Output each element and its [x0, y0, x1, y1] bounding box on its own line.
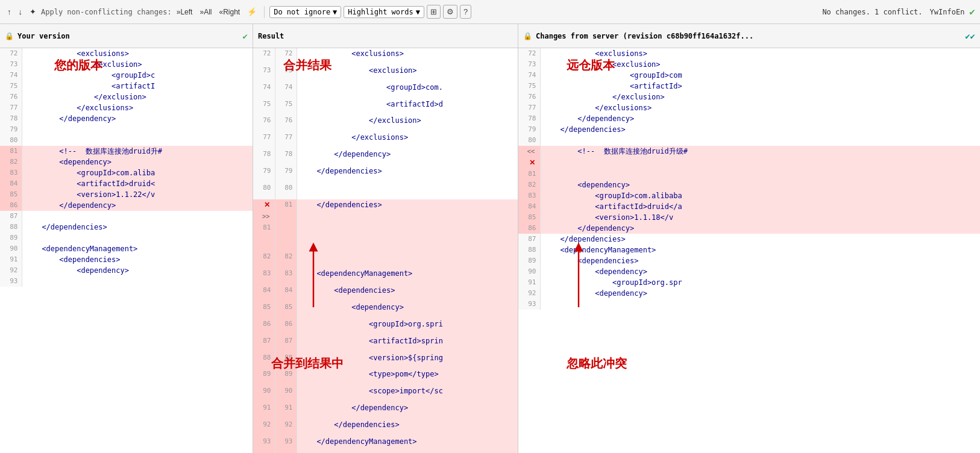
left-panel: 🔒 Your version ✔ 您的版本 72 <exclusions> 73	[0, 24, 253, 453]
left-panel-content[interactable]: 您的版本 72 <exclusions> 73 <exclusion> 74	[0, 48, 253, 453]
down-arrow-button[interactable]: ↓	[16, 6, 25, 17]
highlight-dropdown-arrow-icon: ▼	[416, 8, 420, 16]
table-row: 77 </exclusions>	[518, 102, 980, 113]
table-row: 73 73 <exclusion>	[253, 65, 518, 82]
double-arrow-right-icon: «	[219, 8, 223, 16]
dropdown-arrow-icon: ▼	[333, 8, 337, 16]
table-row: 88 88 <version>${spring	[253, 352, 518, 369]
right-panel-content[interactable]: 远仓版本 72 <exclusions> 73 <exclusion> 74	[518, 48, 980, 453]
double-arrow-all-icon: »	[199, 8, 204, 16]
highlight-dropdown[interactable]: Highlight words ▼	[344, 6, 424, 18]
table-row: 82 82	[253, 251, 518, 268]
table-row: 83 83 <dependencyManagement>	[253, 268, 518, 285]
table-row: 76 76 </exclusion>	[253, 115, 518, 132]
table-row: 75 <artifactI	[0, 81, 253, 92]
table-row: 76 </exclusion>	[0, 92, 253, 102]
user-text: YwInfoEn	[930, 8, 965, 16]
table-row: 92 <dependency>	[518, 288, 980, 299]
right-panel: 🔒 Changes from server (revision c68b90ff…	[518, 24, 980, 453]
table-row: 78 78 </dependency>	[253, 149, 518, 166]
table-row: 86 86 <groupId>org.spri	[253, 319, 518, 336]
table-row: 83 <groupId>com.alibaba	[518, 190, 980, 201]
table-row: 87 87 <artifactId>sprin	[253, 336, 518, 352]
table-row: 92 <dependency>	[0, 265, 253, 276]
table-row: 89 89 <type>pom</type>	[253, 369, 518, 386]
table-row: ✕ >> 81 81 </dependencies>	[253, 199, 518, 252]
grid-button[interactable]: ⊞	[427, 5, 441, 19]
help-button[interactable]: ?	[460, 5, 471, 19]
table-row: << ✕ 81 <!-- 数据库连接池druid升级#	[518, 146, 980, 180]
table-row: 88 </dependencies>	[0, 222, 253, 233]
table-row: 79 </dependencies>	[518, 124, 980, 135]
middle-panel-content[interactable]: 合并结果 72 72 <exclusions> 73 73	[253, 48, 518, 453]
main-area: 🔒 Your version ✔ 您的版本 72 <exclusions> 73	[0, 24, 980, 453]
annotation-ignore: 忽略此冲突	[567, 355, 627, 372]
table-row: 84 <artifactId>druid<	[0, 178, 253, 189]
lightning-button[interactable]: ⚡	[245, 6, 259, 17]
table-row: 75 75 <artifactId>d	[253, 99, 518, 116]
table-row: 79 79 </dependencies>	[253, 166, 518, 183]
table-row: 93	[518, 299, 980, 310]
apply-right-button[interactable]: « Right	[216, 7, 242, 17]
table-row: 72 <exclusions>	[518, 48, 980, 59]
table-row: 90 <dependency>	[518, 266, 980, 277]
table-row: 91 <groupId>org.spr	[518, 277, 980, 288]
table-row: 84 <artifactId>druid</a	[518, 201, 980, 212]
middle-panel-header: Result	[253, 24, 518, 48]
table-row: 85 85 <dependency>	[253, 302, 518, 319]
apply-left-button[interactable]: » Left	[174, 7, 195, 17]
left-panel-header: 🔒 Your version ✔	[0, 24, 253, 48]
table-row: 78 </dependency>	[518, 113, 980, 124]
table-row: 82 <dependency>	[518, 180, 980, 190]
table-row: 90 <dependencyManagement>	[0, 243, 253, 254]
status-text: No changes. 1 conflict.	[822, 8, 922, 16]
settings-button[interactable]: ⚙	[443, 5, 457, 19]
up-arrow-button[interactable]: ↑	[5, 6, 14, 17]
right-panel-header: 🔒 Changes from server (revision c68b90ff…	[518, 24, 980, 48]
table-row: 83 <groupId>com.aliba	[0, 167, 253, 178]
separator-1	[264, 6, 265, 18]
table-row: 84 84 <dependencies>	[253, 285, 518, 302]
accept-left-button[interactable]: >>	[261, 211, 271, 222]
toolbar: ↑ ↓ ✦ Apply non-conflicting changes: » L…	[0, 0, 980, 24]
table-row: 76 </exclusion>	[518, 92, 980, 102]
table-row: 73 <exclusion>	[518, 59, 980, 70]
reject-right-button[interactable]: ✕	[528, 157, 536, 168]
table-row: 91 91 </dependency>	[253, 402, 518, 419]
magic-button[interactable]: ✦	[27, 6, 39, 17]
left-panel-title: Your version	[17, 32, 70, 40]
left-lock-icon: 🔒	[5, 32, 14, 40]
table-row: 77 </exclusions>	[0, 102, 253, 113]
table-row: 87 </dependencies>	[518, 234, 980, 245]
reject-left-button[interactable]: ✕	[263, 199, 271, 210]
right-code-area: 72 <exclusions> 73 <exclusion> 74 <group…	[518, 48, 980, 310]
toolbar-checkmark: ✔	[969, 6, 975, 17]
apply-label: Apply non-conflicting changes:	[41, 8, 172, 16]
table-row: 78 </dependency>	[0, 113, 253, 124]
table-row: 80	[0, 135, 253, 146]
middle-panel-title: Result	[258, 32, 284, 40]
table-row: 79	[0, 124, 253, 135]
table-row: 81 <!-- 数据库连接池druid升#	[0, 146, 253, 157]
table-row: 74 74 <groupId>com.	[253, 82, 518, 99]
table-row: 91 <dependencies>	[0, 254, 253, 265]
table-row: 86 </dependency>	[0, 200, 253, 211]
table-row: 74 <groupId>com	[518, 70, 980, 81]
table-row: 87	[0, 211, 253, 222]
middle-panel: Result 合并结果 72 72 <exclusions> 73	[253, 24, 518, 453]
right-panel-title: Changes from server (revision c68b90ff16…	[536, 32, 753, 40]
apply-all-button[interactable]: » All	[197, 7, 214, 17]
table-row: 75 <artifactId>	[518, 81, 980, 92]
table-row: 85 <version>1.1.22</v	[0, 189, 253, 200]
table-row: 74 <groupId>c	[0, 70, 253, 81]
accept-right-button[interactable]: <<	[526, 146, 536, 157]
ignore-dropdown[interactable]: Do not ignore ▼	[269, 6, 341, 18]
left-panel-checkmark: ✔	[243, 31, 248, 41]
table-row: 85 <version>1.1.18</v	[518, 212, 980, 223]
table-row: 89 <dependencies>	[518, 255, 980, 266]
table-row: 82 <dependency>	[0, 157, 253, 167]
table-row: 80 80	[253, 183, 518, 199]
table-row: 72 72 <exclusions>	[253, 48, 518, 65]
table-row: 93 93 </dependencyManagement>	[253, 436, 518, 453]
table-row: 73 <exclusion>	[0, 59, 253, 70]
